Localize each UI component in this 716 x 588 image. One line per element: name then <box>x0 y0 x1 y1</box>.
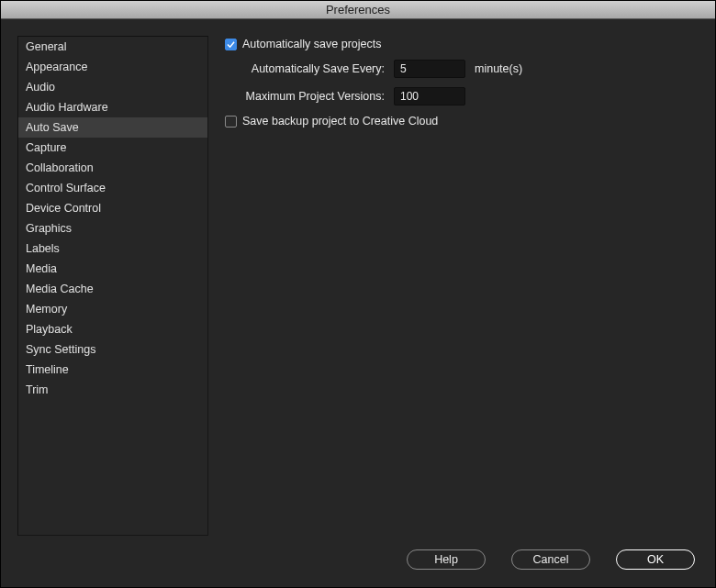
sidebar-item-labels[interactable]: Labels <box>18 239 207 259</box>
titlebar: Preferences <box>1 1 715 19</box>
ok-button[interactable]: OK <box>616 549 695 570</box>
sidebar-item-audio[interactable]: Audio <box>18 77 207 97</box>
sidebar-item-label: Labels <box>26 242 60 255</box>
auto-save-checkbox[interactable] <box>225 39 237 50</box>
save-every-suffix: minute(s) <box>475 62 522 75</box>
help-button[interactable]: Help <box>407 549 486 570</box>
sidebar-item-media-cache[interactable]: Media Cache <box>18 279 207 299</box>
window-body: General Appearance Audio Audio Hardware … <box>1 19 715 543</box>
save-every-label: Automatically Save Every: <box>229 62 385 75</box>
sidebar-item-media[interactable]: Media <box>18 259 207 279</box>
save-every-row: Automatically Save Every: minute(s) <box>229 60 699 78</box>
sidebar-item-trim[interactable]: Trim <box>18 380 207 400</box>
sidebar-item-device-control[interactable]: Device Control <box>18 198 207 218</box>
sidebar-item-label: Memory <box>26 303 67 316</box>
preferences-content: Automatically save projects Automaticall… <box>225 36 699 536</box>
sidebar-item-label: Graphics <box>26 222 72 235</box>
auto-save-checkbox-label: Automatically save projects <box>242 38 381 50</box>
sidebar-item-label: Device Control <box>26 202 101 215</box>
sidebar-item-label: Media Cache <box>26 283 94 295</box>
sidebar-item-timeline[interactable]: Timeline <box>18 360 207 380</box>
sidebar-item-label: Appearance <box>26 61 87 73</box>
sidebar-item-auto-save[interactable]: Auto Save <box>18 117 207 138</box>
sidebar-item-label: Trim <box>26 383 49 396</box>
dialog-footer: Help Cancel OK <box>1 543 715 587</box>
preferences-window: Preferences General Appearance Audio Aud… <box>0 0 716 588</box>
max-versions-input[interactable] <box>394 87 465 105</box>
window-title: Preferences <box>326 3 390 17</box>
sidebar-item-label: Auto Save <box>26 121 79 134</box>
sidebar-item-label: Media <box>26 262 57 275</box>
sidebar-item-label: Timeline <box>26 363 69 376</box>
max-versions-label: Maximum Project Versions: <box>229 90 385 103</box>
sidebar-item-control-surface[interactable]: Control Surface <box>18 178 207 198</box>
sidebar-item-playback[interactable]: Playback <box>18 319 207 339</box>
sidebar-item-label: Audio <box>26 81 55 94</box>
sidebar-item-sync-settings[interactable]: Sync Settings <box>18 339 207 360</box>
save-every-input[interactable] <box>394 60 465 78</box>
sidebar-item-capture[interactable]: Capture <box>18 138 207 158</box>
sidebar-item-label: Control Surface <box>26 182 106 194</box>
backup-cc-row: Save backup project to Creative Cloud <box>225 115 699 128</box>
sidebar-item-label: Playback <box>26 323 73 336</box>
sidebar-item-general[interactable]: General <box>18 37 207 57</box>
preferences-sidebar: General Appearance Audio Audio Hardware … <box>17 36 208 536</box>
sidebar-item-label: Sync Settings <box>26 343 95 356</box>
backup-cc-checkbox-label: Save backup project to Creative Cloud <box>242 115 438 128</box>
sidebar-item-label: Capture <box>26 141 66 154</box>
checkmark-icon <box>227 40 235 49</box>
sidebar-item-graphics[interactable]: Graphics <box>18 218 207 239</box>
cancel-button[interactable]: Cancel <box>511 549 590 570</box>
sidebar-item-memory[interactable]: Memory <box>18 299 207 319</box>
sidebar-item-collaboration[interactable]: Collaboration <box>18 158 207 178</box>
sidebar-item-label: General <box>26 40 66 53</box>
sidebar-item-label: Collaboration <box>26 161 94 174</box>
sidebar-item-appearance[interactable]: Appearance <box>18 57 207 77</box>
sidebar-item-audio-hardware[interactable]: Audio Hardware <box>18 97 207 117</box>
auto-save-checkbox-row: Automatically save projects <box>225 38 699 50</box>
max-versions-row: Maximum Project Versions: <box>229 87 699 105</box>
backup-cc-checkbox[interactable] <box>225 116 237 128</box>
sidebar-item-label: Audio Hardware <box>26 101 108 114</box>
